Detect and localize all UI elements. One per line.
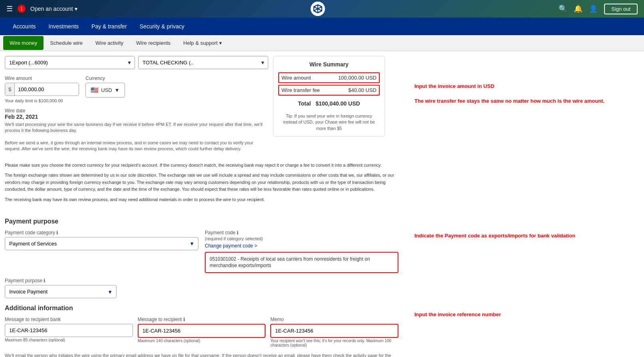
disclaimers-section: Please make sure you choose the correct …	[0, 162, 403, 211]
currency-arrow: ▼	[115, 87, 120, 93]
nav-accounts[interactable]: Accounts	[6, 18, 42, 34]
search-icon[interactable]: 🔍	[559, 4, 567, 13]
hamburger-icon[interactable]: ☰	[6, 4, 13, 13]
annotation-3-block: Indicate the Payment code as exports/imp…	[411, 233, 627, 239]
message-to-bank-label: Message to recipient bank	[5, 317, 133, 322]
from-account-wrapper: 1Export (...6009) ▼	[5, 56, 135, 69]
annotation-3-text: Indicate the Payment code as exports/imp…	[414, 233, 627, 239]
wire-date-label: Wire date	[5, 108, 268, 114]
wire-date-desc1: We'll start processing your wire the sam…	[5, 122, 268, 134]
payment-code-row: Payment code category ℹ Payment of Servi…	[5, 230, 398, 273]
payment-purpose-section: Payment purpose Payment code category ℹ …	[0, 218, 403, 299]
wire-amount-group: Wire amount $ Your daily limit is $100,0…	[5, 76, 79, 103]
flag-icon: 🇺🇸	[91, 86, 99, 94]
message-to-recipient-note: Maximum 140 characters (optional)	[138, 339, 266, 343]
change-payment-code-link[interactable]: Change payment code >	[205, 243, 257, 249]
annotation-1-block: Input the invoice amount in USD	[411, 83, 627, 90]
wire-summary-box: Wire Summary Wire amount 100,000.00 USD …	[273, 56, 385, 137]
subnav-schedule-wire[interactable]: Schedule wire	[44, 36, 89, 50]
chevron-down-icon: ▾	[75, 6, 77, 12]
annotations-panel: Input the invoice amount in USD The wire…	[403, 51, 635, 357]
annotation-1-text: Input the invoice amount in USD	[414, 83, 627, 90]
summary-tip: Tip: If you send your wire in foreign cu…	[278, 113, 380, 132]
annotation-2-text: The wire transfer fee stays the same no …	[414, 98, 627, 105]
wire-amount-summary-label: Wire amount	[281, 75, 311, 81]
email-note: We'll email the person who initiates the…	[5, 352, 398, 357]
category-col: Payment code category ℹ Payment of Servi…	[5, 230, 198, 273]
message-to-recipient-info: ℹ	[183, 317, 185, 322]
currency-value: USD	[101, 87, 112, 93]
disclaimer-text-1: Please make sure you choose the correct …	[5, 162, 398, 169]
subnav-help-support[interactable]: Help & support ▾	[177, 36, 228, 50]
purpose-select[interactable]: Invoice Payment	[5, 285, 117, 298]
main-nav: Accounts Investments Pay & transfer Secu…	[0, 18, 644, 35]
account-dropdowns: 1Export (...6009) ▼ TOTAL CHECKING (.. ▼	[5, 56, 268, 69]
open-account-button[interactable]: Open an account ▾	[30, 6, 77, 12]
nav-security[interactable]: Security & privacy	[133, 18, 191, 34]
purpose-select-wrapper: Invoice Payment ▼	[5, 285, 117, 298]
chevron-down-icon: ▾	[219, 40, 222, 46]
left-panel: 1Export (...6009) ▼ TOTAL CHECKING (.. ▼	[5, 56, 268, 157]
memo-col: Memo Your recipient won't see this; it's…	[270, 317, 398, 347]
wire-amount-label: Wire amount	[5, 76, 79, 81]
disclaimer-text-2: The foreign exchange rates shown are det…	[5, 172, 398, 193]
memo-note: Your recipient won't see this; it's for …	[270, 339, 398, 347]
notifications-icon[interactable]: 🔔	[574, 4, 583, 13]
purpose-label: Payment purpose ℹ	[5, 278, 398, 283]
payment-code-label: Payment code ℹ	[205, 230, 398, 235]
nav-pay-transfer[interactable]: Pay & transfer	[85, 18, 133, 34]
category-info-icon: ℹ	[56, 230, 58, 235]
payment-purpose-row: Payment purpose ℹ Invoice Payment ▼	[5, 278, 398, 298]
wire-fee-label: Wire transfer fee	[281, 87, 320, 93]
category-select-wrapper: Payment of Services ▼	[5, 237, 198, 250]
category-select[interactable]: Payment of Services	[5, 237, 198, 250]
chase-logo	[311, 2, 325, 16]
additional-info-header: Additional information	[5, 305, 398, 312]
payment-code-info: ℹ	[237, 230, 239, 235]
memo-label: Memo	[270, 317, 398, 322]
top-bar: ☰ 1 Open an account ▾ 🔍 🔔 👤 Sign out	[0, 0, 644, 18]
sign-out-button[interactable]: Sign out	[604, 4, 638, 14]
notification-badge[interactable]: 1	[18, 5, 26, 13]
payment-code-required: (required if category selected)	[205, 236, 398, 241]
wire-summary-panel: Wire Summary Wire amount 100,000.00 USD …	[273, 56, 385, 157]
message-to-bank-note: Maximum 85 characters (optional)	[5, 338, 133, 342]
message-to-recipient-col: Message to recipient ℹ Maximum 140 chara…	[138, 317, 266, 347]
subnav-wire-recipients[interactable]: Wire recipients	[130, 36, 177, 50]
from-account-select[interactable]: 1Export (...6009)	[5, 56, 135, 69]
wire-amount-input[interactable]	[15, 83, 79, 96]
dollar-sign: $	[5, 83, 15, 96]
profile-icon[interactable]: 👤	[589, 4, 598, 13]
payment-code-col: Payment code ℹ (required if category sel…	[205, 230, 398, 273]
wire-amount-summary-row: Wire amount 100,000.00 USD	[278, 72, 380, 83]
memo-input[interactable]	[270, 324, 398, 338]
wire-amount-summary-value: 100,000.00 USD	[338, 75, 376, 81]
total-label: Total	[298, 100, 311, 107]
currency-label: Currency	[85, 76, 125, 81]
wire-date-section: Wire date Feb 22, 2021 We'll start proce…	[5, 108, 268, 152]
annotation-2-block: The wire transfer fee stays the same no …	[411, 98, 627, 105]
message-to-recipient-label: Message to recipient ℹ	[138, 317, 266, 322]
daily-limit-text: Your daily limit is $100,000.00	[5, 98, 79, 103]
subnav-wire-activity[interactable]: Wire activity	[89, 36, 130, 50]
amount-currency-row: Wire amount $ Your daily limit is $100,0…	[5, 76, 268, 103]
annotation-4-block: Input the invoice reference number	[411, 311, 627, 318]
to-account-wrapper: TOTAL CHECKING (.. ▼	[138, 56, 268, 69]
message-to-bank-input[interactable]	[5, 324, 133, 337]
wire-fee-summary-row: Wire transfer fee $40.00 USD	[278, 85, 380, 96]
subnav-wire-money[interactable]: Wire money	[3, 36, 44, 50]
wire-fee-value: $40.00 USD	[348, 87, 376, 93]
disclaimer-text-3: The receiving bank may have its own revi…	[5, 196, 398, 203]
payment-purpose-header: Payment purpose	[5, 218, 398, 225]
currency-group: Currency 🇺🇸 USD ▼	[85, 76, 125, 103]
amount-input-wrapper: $	[5, 83, 79, 96]
message-to-recipient-input[interactable]	[138, 324, 266, 338]
payment-code-value-box: 0510301002 - Receipts of local sea carri…	[205, 252, 398, 273]
to-account-select[interactable]: TOTAL CHECKING (..	[138, 56, 268, 69]
category-label: Payment code category ℹ	[5, 230, 198, 235]
annotation-4-text: Input the invoice reference number	[414, 311, 627, 318]
nav-investments[interactable]: Investments	[42, 18, 85, 34]
additional-info-section: Additional information Message to recipi…	[0, 305, 403, 357]
summary-title: Wire Summary	[278, 61, 380, 68]
currency-dropdown[interactable]: 🇺🇸 USD ▼	[85, 83, 125, 98]
